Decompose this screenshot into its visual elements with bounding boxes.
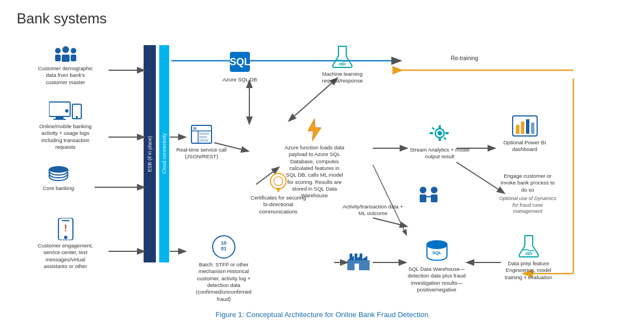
data-prep-node: Data prep feature Engineering, model tra… <box>496 233 561 281</box>
svg-rect-64 <box>526 119 529 134</box>
svg-point-34 <box>65 109 68 113</box>
batch-label: Batch: STFP or other mechanism Historica… <box>193 261 254 303</box>
activity-node: Activity/transaction data + ML outcome <box>340 201 406 217</box>
lightning-icon <box>302 118 327 142</box>
svg-point-33 <box>76 116 78 118</box>
svg-rect-30 <box>56 116 63 119</box>
layers-icon <box>48 165 69 183</box>
svg-point-52 <box>274 177 283 186</box>
engage-icon-node <box>406 184 451 205</box>
svg-rect-78 <box>350 254 352 260</box>
engagement-node: ! Customer engagement, service center, t… <box>22 218 109 270</box>
cloud-label: Cloud connectivity <box>161 133 167 174</box>
svg-rect-65 <box>531 123 534 134</box>
sql-dw-node: SQL SQL Data Warehouse—detection data pl… <box>405 239 469 293</box>
diagram: ESB (if in place) Cloud connectivity <box>17 34 629 307</box>
svg-rect-57 <box>430 132 433 134</box>
svg-text:!: ! <box>64 223 67 233</box>
svg-rect-59 <box>432 127 435 130</box>
svg-rect-26 <box>62 55 70 62</box>
sql-dw-icon: SQL <box>425 239 449 264</box>
svg-rect-81 <box>355 264 359 270</box>
svg-point-51 <box>271 173 286 189</box>
svg-rect-63 <box>521 121 524 134</box>
svg-point-25 <box>62 46 69 53</box>
page-title: Bank systems <box>17 10 627 27</box>
esb-bar: ESB (if in place) <box>144 45 156 262</box>
stream-analytics-node: Stream Analytics + model output result <box>409 123 470 160</box>
svg-rect-37 <box>62 220 70 221</box>
batch-node: 10 01 Batch: STFP or other mechanism His… <box>176 235 271 303</box>
svg-rect-62 <box>516 125 519 134</box>
engage-label: Engage customer or invoke bank process t… <box>497 173 558 193</box>
beaker-icon <box>331 44 354 69</box>
retraining-label: Re-training <box>451 55 478 61</box>
figure-caption: Figure 1: Conceptual Architecture for On… <box>17 310 627 319</box>
svg-rect-80 <box>360 254 362 260</box>
azure-sql-db-label: Azure SQL DB <box>223 76 257 83</box>
batch-icon: 10 01 <box>212 235 236 259</box>
svg-rect-28 <box>71 55 76 61</box>
svg-text:SQL: SQL <box>229 56 250 67</box>
people-connect-icon <box>417 184 440 205</box>
svg-point-23 <box>55 48 61 53</box>
monitor-phone-icon <box>49 101 82 121</box>
svg-line-12 <box>373 218 406 226</box>
core-banking-label: Core banking <box>43 185 75 192</box>
activity-label: Activity/transaction data + ML outcome <box>342 203 404 217</box>
sql-dw-label: SQL Data Warehouse—detection data plus f… <box>406 266 468 293</box>
certs-node: Certificates for securing bi-directional… <box>228 172 328 215</box>
svg-rect-46 <box>193 127 196 130</box>
data-prep-label: Data prep feature Engineering, model tra… <box>498 260 559 281</box>
realtime-node: Real-time service call (JSON/REST) <box>174 124 229 160</box>
cloud-bar: Cloud connectivity <box>159 45 169 262</box>
svg-text:SQL: SQL <box>432 250 441 255</box>
power-bi-label: Optional Power BI dashboard <box>494 139 555 153</box>
svg-point-42 <box>338 62 346 66</box>
service-call-icon <box>190 124 213 144</box>
factory-icon <box>346 250 371 271</box>
certificate-icon <box>268 172 288 192</box>
page: Bank systems ESB (if in place) Cloud con… <box>0 0 644 326</box>
svg-rect-79 <box>355 254 357 260</box>
core-banking-node: Core banking <box>22 165 95 192</box>
svg-rect-29 <box>49 102 70 116</box>
svg-rect-56 <box>439 138 441 141</box>
svg-marker-50 <box>308 119 321 141</box>
svg-point-35 <box>49 166 68 173</box>
factory-node <box>346 250 371 271</box>
azure-sql-db-node: SQL Azure SQL DB <box>223 50 257 83</box>
ml-request-label: Machine learning request/response <box>312 71 373 85</box>
svg-text:01: 01 <box>221 246 227 251</box>
svg-rect-60 <box>444 137 447 140</box>
svg-point-54 <box>437 131 442 135</box>
phone-alert-icon: ! <box>57 218 74 240</box>
online-banking-node: Online/mobile banking activity + usage l… <box>22 101 109 150</box>
svg-point-38 <box>64 236 67 239</box>
svg-text:10: 10 <box>221 240 227 246</box>
svg-point-27 <box>71 48 76 53</box>
certs-label: Certificates for securing bi-directional… <box>248 194 309 215</box>
people-icon <box>53 45 78 63</box>
power-bi-node: Optional Power BI dashboard <box>493 115 557 153</box>
svg-rect-31 <box>53 119 66 120</box>
engage-node: Engage customer or invoke bank process t… <box>494 171 561 215</box>
esb-label: ESB (if in place) <box>147 136 153 172</box>
svg-rect-58 <box>445 132 449 134</box>
dynamics-label: Optional use of Dynamics for fraud case … <box>497 196 558 215</box>
engagement-label: Customer engagement, service center, tex… <box>35 242 96 270</box>
stream-analytics-label: Stream Analytics + model output result <box>409 147 470 160</box>
online-banking-label: Online/mobile banking activity + usage l… <box>35 123 96 150</box>
svg-line-9 <box>289 79 337 120</box>
ml-request-node: Machine learning request/response <box>306 44 378 85</box>
azure-sql-icon: SQL <box>228 50 252 74</box>
svg-point-66 <box>420 187 426 193</box>
svg-point-85 <box>525 252 533 255</box>
stream-analytics-icon <box>427 123 452 144</box>
power-bi-icon <box>512 115 538 137</box>
realtime-label: Real-time service call (JSON/REST) <box>174 147 229 160</box>
svg-rect-24 <box>55 55 61 61</box>
svg-point-68 <box>431 187 437 193</box>
demographic-label: Customer demographic data from bank's cu… <box>35 65 96 86</box>
svg-rect-47 <box>199 133 209 135</box>
